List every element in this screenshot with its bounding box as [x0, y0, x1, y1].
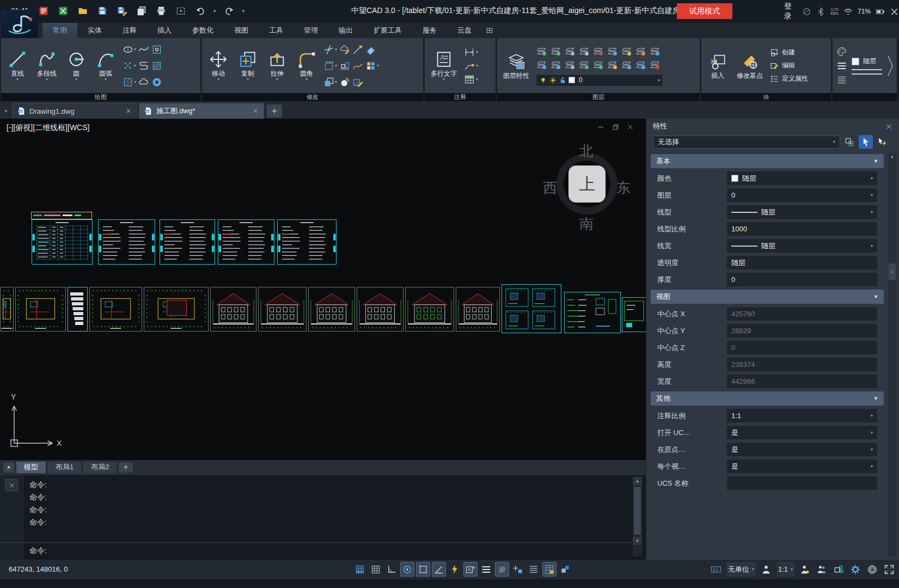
otrack-toggle[interactable] [463, 562, 478, 577]
compass-top-button[interactable]: 上 [568, 166, 606, 203]
ribbon-display-toggle-icon[interactable] [485, 23, 494, 38]
ribbon-tool-rect-array[interactable]: ▾ [323, 58, 337, 74]
ribbon-tab-服务[interactable]: 服务 [412, 23, 447, 38]
compass-north-label[interactable]: 北 [579, 142, 594, 161]
command-close-button[interactable] [5, 479, 18, 491]
close-tab-icon[interactable]: ✕ [253, 107, 258, 115]
new-layout-button[interactable] [119, 462, 133, 473]
grid-toggle[interactable] [353, 562, 367, 577]
document-tab-Drawing1.dwg[interactable]: DWGDrawing1.dwg✕ [12, 103, 137, 119]
transparency-toggle[interactable] [495, 562, 509, 577]
lineweight-toggle[interactable] [479, 562, 493, 577]
layer-op-icon-13[interactable] [578, 59, 592, 72]
document-tab-施工图.dwg*[interactable]: DWG施工图.dwg*✕ [139, 103, 264, 119]
ribbon-button-多段线[interactable]: 多段线▾ [34, 49, 59, 82]
ribbon-tool-leader[interactable]: ▾ [463, 60, 478, 71]
annotation-monitor-button[interactable] [815, 562, 828, 577]
redo-caret[interactable]: ▾ [242, 8, 245, 14]
section-header-视图[interactable]: 视图▼ [651, 290, 884, 304]
doc-tab-list-icon[interactable]: ▾ [0, 103, 12, 119]
viewport-minimize-icon[interactable] [597, 123, 605, 131]
properties-close-icon[interactable] [885, 123, 892, 130]
property-value-线宽[interactable]: 随层▾ [727, 239, 877, 253]
ribbon-button-拉伸[interactable]: 拉伸▾ [265, 49, 290, 82]
ribbon-tab-扩展工具[interactable]: 扩展工具 [363, 23, 412, 38]
save-as-icon[interactable] [115, 4, 129, 17]
viewport-controls-label[interactable]: [-][俯视][二维线框][WCS] [7, 123, 89, 133]
ribbon-tool-dimension[interactable]: ▾ [463, 47, 478, 58]
isolate-objects-button[interactable] [832, 562, 845, 577]
property-value-注释比例[interactable]: 1:1▾ [727, 409, 877, 422]
ribbon-button-移动[interactable]: 移动▾ [206, 49, 231, 82]
property-value-宽度[interactable]: 442966 [727, 375, 877, 388]
ribbon-button-直线[interactable]: 直线▾ [5, 49, 30, 82]
app-table-icon[interactable] [57, 4, 70, 17]
ribbon-button-图层特性[interactable]: 图层特性 [501, 51, 531, 81]
ribbon-button-编辑[interactable]: 编辑 [769, 61, 808, 71]
property-value-每个视…[interactable]: 是▾ [727, 460, 877, 473]
layer-op-icon-5[interactable] [592, 45, 607, 59]
command-scrollbar[interactable]: ▲ ▼ [633, 477, 642, 556]
annotation-scale-dropdown[interactable]: 1:1▾ [776, 562, 794, 577]
property-value-颜色[interactable]: 随层▾ [727, 171, 877, 185]
layer-op-icon-8[interactable] [635, 45, 649, 59]
workspace-settings-button[interactable] [849, 562, 862, 577]
section-header-基本[interactable]: 基本▼ [651, 154, 884, 168]
ribbon-tool-spline[interactable] [138, 41, 149, 58]
print-icon[interactable] [155, 4, 168, 17]
ribbon-tool-curve-pencil[interactable] [352, 58, 363, 74]
ribbon-tab-工具[interactable]: 工具 [259, 23, 293, 38]
login-button[interactable]: 登录 [784, 2, 797, 21]
property-value-透明度[interactable]: 随层 [727, 256, 877, 270]
app-logo[interactable] [1, 10, 38, 38]
property-value-中心点 Y[interactable]: 28829 [727, 324, 877, 338]
ribbon-tool-copy-overlap[interactable]: ▾ [323, 74, 337, 90]
ribbon-tool-color-grid[interactable]: ▾ [365, 58, 379, 74]
angle-snap-toggle[interactable] [432, 562, 446, 577]
layout-scroll-up-button[interactable] [3, 462, 14, 473]
ribbon-tab-注释[interactable]: 注释 [112, 23, 147, 38]
osnap-toggle[interactable] [400, 562, 414, 577]
line-style-row[interactable] [852, 74, 882, 75]
layer-op-icon-7[interactable] [621, 45, 635, 59]
help-icon[interactable] [802, 7, 811, 16]
layout-tab-模型[interactable]: 模型 [16, 462, 46, 473]
lw-display-toggle[interactable] [527, 562, 541, 577]
scrollbar-handle[interactable] [634, 487, 641, 535]
ribbon-tool-align[interactable] [339, 58, 350, 74]
layout-tab-布局1[interactable]: 布局1 [48, 462, 81, 473]
compass-south-label[interactable]: 南 [579, 215, 594, 234]
ribbon-tab-插入[interactable]: 插入 [147, 23, 182, 38]
compass-east-label[interactable]: 东 [616, 179, 631, 198]
ribbon-button-创建[interactable]: 创建 [769, 48, 808, 58]
ribbon-tool-cloud[interactable] [138, 74, 149, 90]
layout-tab-布局2[interactable]: 布局2 [83, 462, 117, 473]
selection-filter-dropdown[interactable]: 无选择 ▾ [653, 136, 840, 149]
layer-op-icon-3[interactable] [564, 45, 578, 59]
layer-op-icon-11[interactable] [550, 59, 564, 72]
lineweight-icon[interactable] [836, 75, 847, 85]
scroll-up-icon[interactable]: ▲ [888, 152, 896, 161]
ribbon-button-插入[interactable]: 插入 [705, 51, 730, 81]
ribbon-tool-donut[interactable] [151, 74, 162, 90]
toggle-pickadd-button[interactable] [875, 135, 889, 149]
ribbon-tab-云盘[interactable]: 云盘 [447, 23, 482, 38]
property-value-高度[interactable]: 238374 [727, 358, 877, 371]
annotation-visibility-button[interactable] [760, 562, 773, 577]
scroll-down-icon[interactable]: ▼ [633, 537, 642, 545]
ribbon-tab-实体[interactable]: 实体 [77, 23, 112, 38]
ribbon-button-定义属性[interactable]: 定义属性 [769, 74, 808, 84]
layer-op-icon-10[interactable] [536, 59, 550, 72]
layer-op-icon-18[interactable] [649, 59, 663, 72]
linetype-icon[interactable] [836, 60, 847, 71]
compass-west-label[interactable]: 西 [543, 179, 557, 198]
ribbon-tab-输出[interactable]: 输出 [328, 23, 363, 38]
ribbon-tool-points[interactable]: ▾ [123, 58, 136, 74]
ribbon-tool-s-poly[interactable] [138, 58, 149, 74]
selection-frame-icon[interactable] [174, 4, 187, 17]
property-value-厚度[interactable]: 0 [727, 273, 877, 286]
ortho-toggle[interactable] [384, 562, 399, 577]
ribbon-button-圆[interactable]: 圆▾ [64, 49, 89, 82]
layer-op-icon-15[interactable] [607, 59, 621, 72]
layer-op-icon-12[interactable] [564, 59, 578, 72]
